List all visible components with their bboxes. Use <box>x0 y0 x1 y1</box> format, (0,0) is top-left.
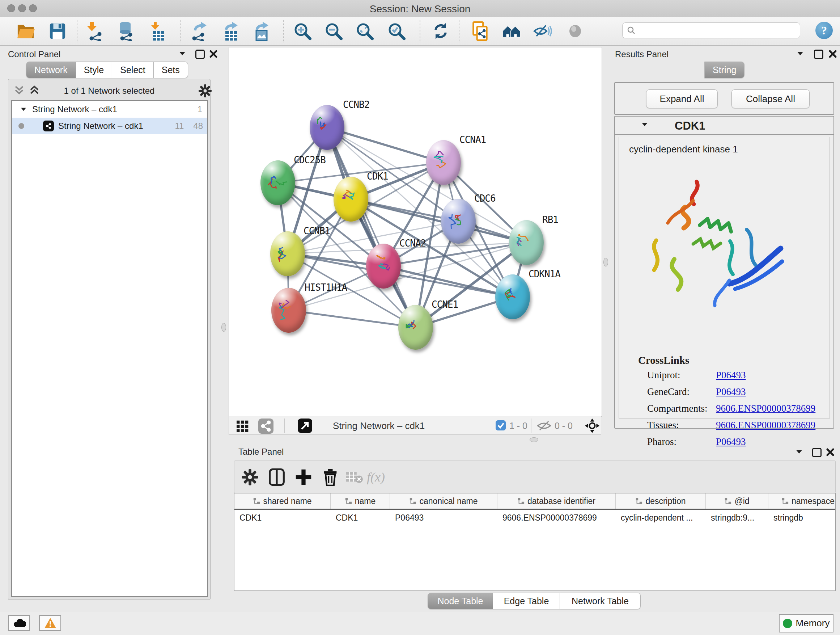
crosslink-genecard-link[interactable]: P06493 <box>716 386 746 397</box>
float-panel-icon[interactable] <box>195 50 205 59</box>
zoom-fit-icon[interactable] <box>354 21 375 42</box>
import-database-icon[interactable] <box>115 21 136 42</box>
home-icon[interactable] <box>501 21 522 42</box>
network-share-icon[interactable] <box>258 418 273 434</box>
refresh-icon[interactable] <box>430 21 451 42</box>
tab-sets[interactable]: Sets <box>154 62 188 78</box>
tab-network[interactable]: Network <box>26 62 76 78</box>
save-session-icon[interactable] <box>47 21 68 42</box>
crosslink-uniprot-link[interactable]: P06493 <box>716 370 746 381</box>
network-node-hist1h1a[interactable] <box>271 288 306 333</box>
close-panel-icon[interactable] <box>209 50 218 58</box>
close-panel-icon[interactable] <box>826 448 835 456</box>
open-session-icon[interactable] <box>15 21 36 42</box>
column-header[interactable]: canonical name <box>390 494 497 509</box>
search-input[interactable] <box>636 25 789 36</box>
table-settings-gear-icon[interactable] <box>241 468 259 486</box>
table-cell: CDK1 <box>331 510 390 526</box>
crosslink-label: Compartments: <box>647 403 707 414</box>
import-table-icon[interactable] <box>147 21 168 42</box>
crosslink-compartments-link[interactable]: 9606.ENSP00000378699 <box>716 403 815 414</box>
fit-content-icon[interactable] <box>584 418 600 433</box>
collapse-panel-icon[interactable] <box>180 52 185 55</box>
column-header[interactable]: namespace <box>768 494 836 509</box>
network-nodes: CCNB2CCNA1CDC25BCDK1CDC6RB1CCNB1CCNA2CDK… <box>229 48 602 416</box>
crosslink-tissues-link[interactable]: 9606.ENSP00000378699 <box>716 420 815 431</box>
export-image-icon[interactable] <box>251 21 272 42</box>
column-header[interactable]: shared name <box>234 494 331 509</box>
netbar-divider <box>284 418 285 433</box>
network-node-ccna1[interactable] <box>426 140 461 185</box>
network-node-cdc25b[interactable] <box>261 160 295 205</box>
collapse-panel-icon[interactable] <box>797 52 803 55</box>
table-cell: P06493 <box>390 510 497 526</box>
expand-all-button[interactable]: Expand All <box>646 89 718 108</box>
splitter-handle[interactable] <box>530 437 538 442</box>
show-columns-icon[interactable] <box>268 468 286 486</box>
function-builder-icon[interactable]: f(x) <box>367 468 385 486</box>
tab-select[interactable]: Select <box>112 62 153 78</box>
warning-button[interactable] <box>39 615 61 631</box>
selected-node-edge-count: 1 - 0 <box>509 421 527 431</box>
network-node-rb1[interactable] <box>509 220 544 265</box>
selected-checkbox-icon[interactable] <box>496 420 506 431</box>
gene-header-row[interactable]: CDK1 <box>615 117 834 135</box>
delete-table-icon[interactable] <box>345 468 363 486</box>
tab-string[interactable]: String <box>704 62 745 78</box>
tab-style[interactable]: Style <box>76 62 112 78</box>
zoom-in-icon[interactable] <box>292 21 313 42</box>
tab-node-table[interactable]: Node Table <box>428 593 493 609</box>
toolbar-divider <box>77 20 77 42</box>
column-header[interactable]: description <box>616 494 706 509</box>
import-network-icon[interactable] <box>84 21 105 42</box>
tab-edge-table[interactable]: Edge Table <box>493 593 560 609</box>
node-label: CCNA1 <box>459 134 486 145</box>
add-column-icon[interactable] <box>294 468 313 486</box>
help-button[interactable]: ? <box>815 22 833 39</box>
table-row[interactable]: CDK1CDK1P064939606.ENSP00000378699cyclin… <box>234 510 835 526</box>
column-header[interactable]: database identifier <box>497 494 616 509</box>
tab-network-table[interactable]: Network Table <box>560 593 641 609</box>
network-node-cdc6[interactable] <box>441 199 476 244</box>
network-node-ccnb1[interactable] <box>270 231 305 276</box>
collapse-panel-icon[interactable] <box>796 450 802 454</box>
grid-view-icon[interactable] <box>236 420 249 432</box>
delete-column-icon[interactable] <box>321 468 339 486</box>
hidden-eye-slash-icon[interactable] <box>537 420 552 432</box>
float-panel-icon[interactable] <box>814 50 823 59</box>
collapse-all-button[interactable]: Collapse All <box>731 89 810 108</box>
export-network-icon[interactable] <box>188 21 210 42</box>
network-node-ccnb2[interactable] <box>309 105 344 150</box>
gear-icon[interactable] <box>198 84 212 98</box>
node-label: CCNA2 <box>399 238 426 249</box>
network-node-ccna2[interactable] <box>366 244 401 288</box>
gene-section: CDK1 cyclin-dependent kinase 1 CrossLink… <box>614 116 834 429</box>
collection-row[interactable]: String Network – cdk1 1 <box>12 101 207 118</box>
main-toolbar: ? <box>0 17 840 46</box>
hide-display-icon[interactable] <box>532 21 553 42</box>
cloud-button[interactable] <box>8 615 30 631</box>
zoom-selected-icon[interactable] <box>386 21 407 42</box>
export-table-icon[interactable] <box>220 21 241 42</box>
section-expander-icon[interactable] <box>642 123 647 126</box>
close-panel-icon[interactable] <box>829 50 837 58</box>
splitter-handle[interactable] <box>603 258 608 266</box>
network-node-cdkn1a[interactable] <box>495 274 530 319</box>
memory-button[interactable]: Memory <box>779 614 834 632</box>
search-field[interactable] <box>622 22 800 38</box>
tree-expander-icon[interactable] <box>21 108 26 111</box>
float-panel-icon[interactable] <box>812 448 821 457</box>
table-panel-title: Table Panel <box>238 447 284 457</box>
zoom-out-icon[interactable] <box>323 21 344 42</box>
clone-network-icon[interactable] <box>470 21 491 42</box>
show-display-icon[interactable] <box>565 21 586 42</box>
column-header[interactable]: name <box>331 494 390 509</box>
network-node-ccne1[interactable] <box>398 305 433 350</box>
open-in-window-icon[interactable] <box>298 418 312 433</box>
network-row[interactable]: String Network – cdk1 11 48 <box>12 118 207 134</box>
splitter-handle[interactable] <box>221 323 226 332</box>
network-node-cdk1[interactable] <box>333 177 368 222</box>
column-header[interactable]: @id <box>706 494 768 509</box>
network-canvas[interactable]: CCNB2CCNA1CDC25BCDK1CDC6RB1CCNB1CCNA2CDK… <box>229 47 602 417</box>
table-toolbar: f(x) <box>234 461 836 493</box>
